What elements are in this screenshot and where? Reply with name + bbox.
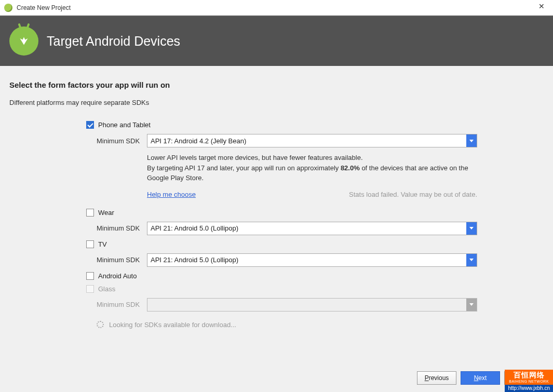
next-button[interactable]: Next bbox=[461, 371, 500, 385]
wear-sdk-row: Minimum SDK API 21: Android 5.0 (Lollipo… bbox=[97, 222, 477, 235]
stats-load-failed-text: Stats load failed. Value may be out of d… bbox=[349, 191, 477, 198]
help-row: Help me choose Stats load failed. Value … bbox=[86, 191, 477, 198]
glass-sdk-row: Minimum SDK bbox=[97, 298, 477, 312]
watermark-brand: 百恒网络 bbox=[508, 371, 550, 380]
tv-sdk-value: API 21: Android 5.0 (Lollipop) bbox=[151, 256, 238, 264]
chevron-down-icon bbox=[466, 299, 477, 311]
wear-sdk-value: API 21: Android 5.0 (Lollipop) bbox=[151, 224, 238, 232]
wear-row: Wear bbox=[86, 209, 477, 217]
section-heading: Select the form factors your app will ru… bbox=[9, 80, 544, 89]
phone-tablet-row: Phone and Tablet bbox=[86, 121, 477, 129]
loading-text: Looking for SDKs available for download.… bbox=[109, 321, 236, 329]
spinner-icon bbox=[97, 321, 104, 328]
chevron-down-icon bbox=[466, 254, 477, 266]
info-pct: 82.0% bbox=[341, 164, 360, 172]
previous-button[interactable]: Previous bbox=[417, 371, 456, 385]
tv-sdk-label: Minimum SDK bbox=[97, 256, 147, 264]
close-icon[interactable]: ✕ bbox=[536, 2, 547, 10]
info-line1: Lower API levels target more devices, bu… bbox=[147, 154, 363, 161]
phone-info-text: Lower API levels target more devices, bu… bbox=[147, 153, 477, 183]
glass-sdk-label: Minimum SDK bbox=[97, 301, 147, 308]
phone-tablet-checkbox[interactable] bbox=[86, 121, 94, 129]
window-title: Create New Project bbox=[17, 4, 71, 11]
glass-row: Glass bbox=[86, 285, 477, 293]
wear-sdk-label: Minimum SDK bbox=[97, 224, 147, 232]
android-logo-icon bbox=[9, 26, 38, 56]
wear-sdk-select[interactable]: API 21: Android 5.0 (Lollipop) bbox=[147, 222, 477, 235]
android-studio-icon bbox=[4, 4, 12, 12]
phone-sdk-select[interactable]: API 17: Android 4.2 (Jelly Bean) bbox=[147, 134, 477, 147]
auto-label: Android Auto bbox=[98, 272, 137, 280]
content-area: Select the form factors your app will ru… bbox=[0, 66, 553, 329]
glass-checkbox bbox=[86, 285, 94, 293]
page-title: Target Android Devices bbox=[47, 34, 180, 49]
help-me-choose-link[interactable]: Help me choose bbox=[147, 191, 196, 198]
section-subtext: Different platforms may require separate… bbox=[9, 99, 544, 106]
wear-label: Wear bbox=[98, 209, 114, 217]
auto-row: Android Auto bbox=[86, 272, 477, 280]
watermark-url: http://www.jxbh.cn bbox=[505, 385, 553, 392]
banner: Target Android Devices bbox=[0, 16, 553, 66]
tv-checkbox[interactable] bbox=[86, 240, 94, 248]
phone-sdk-value: API 17: Android 4.2 (Jelly Bean) bbox=[151, 137, 246, 145]
watermark-badge: 百恒网络 BAIHENG NETWORK http://www.jxbh.cn bbox=[505, 370, 553, 392]
info-line2a: By targeting API 17 and later, your app … bbox=[147, 164, 341, 172]
chevron-down-icon bbox=[466, 222, 477, 235]
tv-label: TV bbox=[98, 240, 107, 248]
tv-sdk-row: Minimum SDK API 21: Android 5.0 (Lollipo… bbox=[97, 253, 477, 267]
glass-sdk-select bbox=[147, 298, 477, 312]
watermark-sub: BAIHENG NETWORK bbox=[508, 380, 550, 384]
auto-checkbox[interactable] bbox=[86, 272, 94, 280]
form-factors-area: Phone and Tablet Minimum SDK API 17: And… bbox=[9, 121, 544, 329]
wear-checkbox[interactable] bbox=[86, 209, 94, 217]
phone-tablet-label: Phone and Tablet bbox=[98, 121, 151, 129]
glass-label: Glass bbox=[98, 285, 115, 293]
loading-sdk-row: Looking for SDKs available for download.… bbox=[97, 321, 477, 329]
tv-sdk-select[interactable]: API 21: Android 5.0 (Lollipop) bbox=[147, 253, 477, 267]
phone-sdk-label: Minimum SDK bbox=[97, 137, 147, 145]
phone-sdk-row: Minimum SDK API 17: Android 4.2 (Jelly B… bbox=[97, 134, 477, 147]
chevron-down-icon bbox=[466, 134, 477, 147]
titlebar: Create New Project ✕ bbox=[0, 0, 553, 16]
tv-row: TV bbox=[86, 240, 477, 248]
